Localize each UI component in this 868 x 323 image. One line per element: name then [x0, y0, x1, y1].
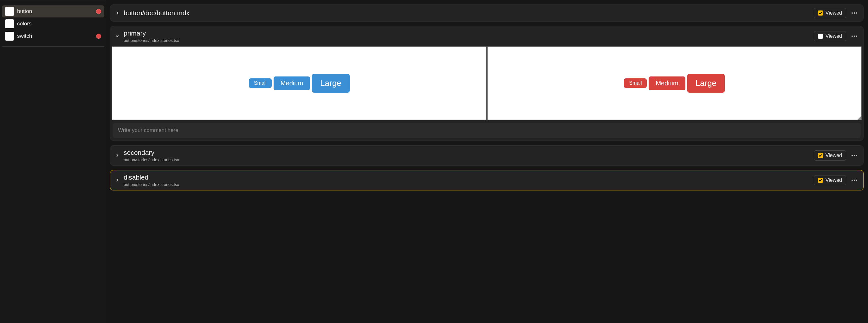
svg-point-9	[851, 180, 853, 181]
changed-dot-icon	[96, 9, 101, 14]
story-panel: primarybutton/stories/index.stories.tsxV…	[110, 26, 864, 141]
panel-actions: Viewed	[814, 175, 859, 185]
checkbox-checked-icon	[818, 10, 823, 16]
svg-point-5	[856, 35, 857, 37]
panel-title: primary	[124, 30, 810, 37]
panel-actions: Viewed	[814, 8, 859, 18]
more-menu-button[interactable]	[850, 8, 859, 18]
viewed-toggle[interactable]: Viewed	[814, 31, 846, 41]
panel-subtitle: button/stories/index.stories.tsx	[124, 157, 810, 162]
panel-header[interactable]: secondarybutton/stories/index.stories.ts…	[110, 146, 863, 165]
story-panel: secondarybutton/stories/index.stories.ts…	[110, 145, 864, 166]
svg-point-11	[856, 180, 857, 181]
sidebar-item-switch[interactable]: switch	[2, 30, 104, 42]
sidebar-item-label: button	[17, 8, 93, 14]
more-menu-button[interactable]	[850, 176, 859, 185]
svg-point-8	[856, 155, 857, 156]
chevron-down-icon[interactable]	[115, 34, 120, 39]
panel-subtitle: button/stories/index.stories.tsx	[124, 182, 810, 187]
checkbox-checked-icon	[818, 178, 823, 183]
panel-header[interactable]: button/doc/button.mdxViewed	[110, 5, 863, 21]
changed-dot-icon	[96, 34, 101, 39]
checkbox-unchecked-icon	[818, 34, 823, 39]
sidebar-item-label: switch	[17, 33, 93, 39]
demo-button-medium[interactable]: Medium	[274, 77, 310, 90]
button-row: SmallMediumLarge	[624, 74, 725, 93]
chevron-right-icon[interactable]	[115, 178, 120, 183]
panel-title: disabled	[124, 174, 810, 181]
sidebar-item-label: colors	[17, 21, 101, 27]
demo-button-large[interactable]: Large	[687, 74, 725, 93]
svg-point-6	[851, 155, 853, 156]
demo-button-medium[interactable]: Medium	[649, 77, 685, 90]
diff-preview: SmallMediumLargeSmallMediumLarge	[112, 46, 862, 120]
svg-point-3	[851, 35, 853, 37]
viewed-label: Viewed	[826, 10, 842, 16]
panel-body: SmallMediumLargeSmallMediumLarge	[110, 46, 863, 141]
main-content: button/doc/button.mdxViewedprimarybutton…	[106, 0, 868, 323]
viewed-toggle[interactable]: Viewed	[814, 175, 846, 185]
chevron-right-icon[interactable]	[115, 10, 120, 16]
panel-actions: Viewed	[814, 150, 859, 160]
comment-input[interactable]	[113, 123, 861, 138]
more-menu-button[interactable]	[850, 32, 859, 40]
svg-point-7	[854, 155, 855, 156]
panel-header[interactable]: primarybutton/stories/index.stories.tsxV…	[110, 26, 863, 46]
svg-point-0	[851, 12, 853, 13]
panel-title: secondary	[124, 149, 810, 156]
checkbox-checked-icon	[818, 153, 823, 158]
panel-actions: Viewed	[814, 31, 859, 41]
thumbnail-swatch	[5, 19, 14, 28]
viewed-toggle[interactable]: Viewed	[814, 150, 846, 160]
chevron-right-icon[interactable]	[115, 153, 120, 158]
panel-header[interactable]: disabledbutton/stories/index.stories.tsx…	[110, 170, 863, 190]
svg-point-4	[854, 35, 855, 37]
svg-point-1	[854, 12, 855, 13]
demo-button-large[interactable]: Large	[312, 74, 350, 93]
viewed-label: Viewed	[826, 33, 842, 39]
story-panel: button/doc/button.mdxViewed	[110, 4, 864, 22]
more-menu-button[interactable]	[850, 151, 859, 160]
svg-point-2	[856, 12, 857, 13]
sidebar-item-colors[interactable]: colors	[2, 18, 104, 30]
sidebar: buttoncolorsswitch	[0, 0, 106, 323]
button-row: SmallMediumLarge	[249, 74, 350, 93]
svg-point-10	[854, 180, 855, 181]
demo-button-small[interactable]: Small	[249, 78, 272, 88]
viewed-label: Viewed	[826, 153, 842, 158]
thumbnail-swatch	[5, 32, 14, 40]
panel-subtitle: button/stories/index.stories.tsx	[124, 38, 810, 43]
preview-pane-left: SmallMediumLarge	[112, 47, 486, 120]
comment-box	[113, 123, 861, 138]
demo-button-small[interactable]: Small	[624, 78, 647, 88]
panel-title: button/doc/button.mdx	[124, 9, 810, 17]
preview-pane-right: SmallMediumLarge	[488, 47, 862, 120]
sidebar-item-button[interactable]: button	[2, 5, 104, 18]
thumbnail-swatch	[5, 7, 14, 16]
viewed-toggle[interactable]: Viewed	[814, 8, 846, 18]
viewed-label: Viewed	[826, 177, 842, 183]
story-panel: disabledbutton/stories/index.stories.tsx…	[110, 170, 864, 190]
